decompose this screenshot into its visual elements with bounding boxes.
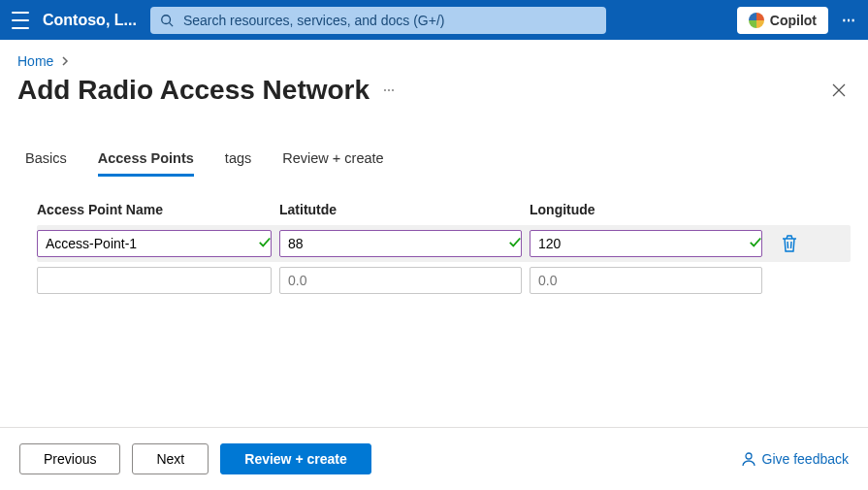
search-box[interactable] bbox=[150, 7, 606, 34]
latitude-input[interactable] bbox=[279, 267, 522, 294]
access-point-table: Access Point Name Latitutde Longitude bbox=[0, 177, 868, 427]
close-button[interactable] bbox=[827, 79, 851, 102]
check-icon bbox=[258, 235, 272, 251]
chevron-right-icon bbox=[61, 53, 69, 69]
check-icon bbox=[508, 235, 522, 251]
svg-line-4 bbox=[788, 242, 788, 248]
table-row bbox=[37, 225, 851, 262]
access-point-name-input[interactable] bbox=[37, 267, 272, 294]
svg-point-6 bbox=[746, 453, 752, 459]
close-icon bbox=[831, 82, 847, 98]
longitude-input[interactable] bbox=[530, 267, 762, 294]
svg-point-0 bbox=[162, 15, 171, 23]
tab-basics[interactable]: Basics bbox=[25, 145, 67, 177]
latitude-input[interactable] bbox=[279, 230, 522, 257]
longitude-input[interactable] bbox=[530, 230, 762, 257]
breadcrumb: Home bbox=[0, 40, 868, 69]
review-create-button[interactable]: Review + create bbox=[220, 443, 370, 474]
give-feedback-link[interactable]: Give feedback bbox=[741, 451, 850, 467]
title-more-button[interactable]: ⋯ bbox=[383, 83, 397, 97]
copilot-icon bbox=[749, 13, 764, 28]
svg-line-1 bbox=[170, 22, 174, 26]
breadcrumb-home[interactable]: Home bbox=[17, 53, 53, 69]
col-name: Access Point Name bbox=[37, 202, 279, 217]
title-row: Add Radio Access Network ⋯ bbox=[0, 69, 868, 106]
svg-line-5 bbox=[791, 242, 792, 248]
feedback-label: Give feedback bbox=[762, 451, 850, 467]
feedback-icon bbox=[741, 451, 756, 467]
copilot-label: Copilot bbox=[770, 13, 817, 28]
column-headers: Access Point Name Latitutde Longitude bbox=[37, 202, 851, 217]
trash-icon bbox=[782, 235, 797, 252]
tenant-name[interactable]: Contoso, L... bbox=[43, 12, 137, 29]
check-icon bbox=[749, 235, 762, 251]
footer: Previous Next Review + create Give feedb… bbox=[0, 427, 868, 490]
previous-button[interactable]: Previous bbox=[19, 443, 120, 474]
table-row bbox=[37, 262, 851, 299]
page-title: Add Radio Access Network bbox=[17, 75, 370, 106]
delete-row-button[interactable] bbox=[770, 235, 809, 252]
copilot-button[interactable]: Copilot bbox=[737, 7, 828, 34]
menu-icon[interactable] bbox=[12, 12, 29, 29]
header-more-button[interactable]: ⋯ bbox=[842, 13, 856, 28]
azure-header: Contoso, L... Copilot ⋯ bbox=[0, 0, 868, 40]
next-button[interactable]: Next bbox=[132, 443, 209, 474]
access-point-name-input[interactable] bbox=[37, 230, 272, 257]
col-lat: Latitutde bbox=[279, 202, 530, 217]
tab-review-create[interactable]: Review + create bbox=[282, 145, 383, 177]
tabs: Basics Access Points tags Review + creat… bbox=[0, 106, 868, 177]
search-icon bbox=[160, 14, 174, 27]
search-input[interactable] bbox=[181, 12, 596, 29]
tab-tags[interactable]: tags bbox=[225, 145, 251, 177]
tab-access-points[interactable]: Access Points bbox=[98, 145, 194, 177]
col-lon: Longitude bbox=[530, 202, 770, 217]
